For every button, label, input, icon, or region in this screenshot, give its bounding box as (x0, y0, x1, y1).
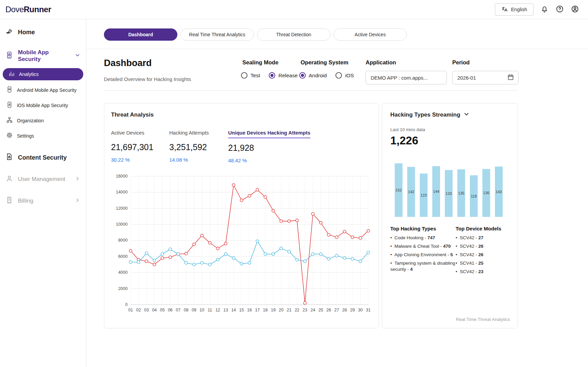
doverunner-logo[interactable]: DoveRunner (5, 5, 51, 14)
page-subtitle: Detailed Overview for Hacking Insights (104, 76, 191, 82)
metric-active-devices[interactable]: Active Devices 21,697,301 30.22 % (111, 130, 169, 163)
radio-release[interactable]: Release (269, 72, 298, 79)
svg-text:30: 30 (358, 308, 363, 312)
metric-hacking-attempts[interactable]: Hacking Attempts 3,251,592 14.08 % (169, 130, 228, 163)
sidebar-item-mobile-app-security[interactable]: Mobile App Security (0, 44, 86, 67)
svg-text:8000: 8000 (118, 238, 128, 243)
application-select[interactable]: DEMO APP : com.apps... (366, 71, 447, 84)
sidebar-item-android-mobile-app-security[interactable]: Android Mobile App Security (0, 82, 86, 98)
item-value: 5 (450, 252, 453, 257)
sidebar-item-label: Android Mobile App Security (17, 87, 77, 93)
svg-text:135: 135 (458, 191, 464, 195)
user-icon (5, 175, 13, 184)
billing-icon (5, 196, 13, 206)
radio-label: iOS (345, 73, 354, 79)
language-button[interactable]: English (495, 3, 533, 16)
sidebar-item-label: Settings (17, 133, 34, 139)
radio-android[interactable]: Android (299, 72, 327, 79)
sidebar-item-label: User Management (18, 176, 65, 183)
sealing-mode-radios: Test Release (241, 72, 298, 79)
svg-text:29: 29 (350, 308, 355, 312)
item-name: Code Hooking - (394, 235, 428, 240)
period-label: Period (452, 59, 470, 66)
bell-icon (540, 5, 549, 14)
item-name: App Cloning Environment - (394, 252, 450, 257)
list-item: Tampering system & disabling security - … (390, 260, 456, 272)
sidebar-item-ios-mobile-app-security[interactable]: iOS Mobile App Security (0, 98, 86, 113)
chevron-down-icon (463, 111, 470, 119)
threat-analysis-card: Threat Analysis Active Devices 21,697,30… (104, 103, 379, 328)
sidebar-item-label: Content Security (18, 154, 67, 161)
svg-text:01: 01 (128, 308, 133, 312)
sidebar-item-content-security[interactable]: Content Security (0, 148, 86, 167)
streaming-total: 1,226 (390, 134, 509, 147)
metric-unique-devices-hacking-attempts[interactable]: Unique Devices Hacking Attempts 21,928 4… (228, 130, 310, 163)
account-button[interactable] (571, 5, 579, 14)
sidebar-item-billing[interactable]: Billing (0, 191, 86, 210)
metric-value: 21,697,301 (111, 142, 169, 152)
sidebar-item-label: iOS Mobile App Security (17, 103, 68, 108)
sidebar-item-analytics[interactable]: Analytics (3, 68, 83, 80)
svg-text:07: 07 (176, 308, 180, 312)
svg-text:15: 15 (239, 308, 244, 312)
list-item: Code Hooking - 747 (390, 235, 456, 241)
item-value: 747 (428, 235, 435, 240)
help-icon (556, 5, 564, 14)
gear-icon (6, 132, 13, 140)
list-item: App Cloning Environment - 5 (390, 252, 456, 258)
logo-text-runner: Runner (24, 5, 51, 14)
period-input[interactable]: 2026-01 (452, 71, 519, 84)
list-item: SCV42 - 26 (456, 243, 509, 249)
translate-icon (501, 6, 508, 14)
svg-text:12: 12 (215, 308, 220, 312)
top-hacking-types-list: Code Hooking - 747 Malware & Cheat Tool … (390, 235, 456, 272)
ios-icon (6, 101, 13, 109)
threat-metrics: Active Devices 21,697,301 30.22 % Hackin… (111, 130, 372, 163)
streaming-header[interactable]: Hacking Types Streaming (390, 111, 509, 119)
radio-test[interactable]: Test (241, 72, 260, 79)
item-value: 470 (443, 244, 451, 249)
sidebar-item-user-management[interactable]: User Management (0, 170, 86, 189)
metric-percent: 14.08 % (169, 157, 228, 163)
notifications-button[interactable] (540, 5, 549, 14)
sidebar-item-label: Organization (17, 118, 44, 123)
svg-text:23: 23 (303, 308, 307, 312)
metric-percent: 48.42 % (228, 158, 310, 163)
page-header: Dashboard Detailed Overview for Hacking … (104, 58, 518, 90)
help-button[interactable] (556, 5, 564, 14)
list-item: SCV41 - 25 (456, 260, 509, 266)
chevron-right-icon (74, 197, 81, 205)
svg-text:11: 11 (208, 308, 212, 312)
metric-label: Unique Devices Hacking Attempts (228, 130, 310, 138)
real-time-threat-analytics-link[interactable]: Real Time Threat Analytics (456, 317, 510, 322)
period-value: 2026-01 (457, 75, 476, 81)
svg-text:4000: 4000 (118, 270, 128, 275)
radio-circle (335, 72, 342, 79)
svg-text:25: 25 (319, 308, 323, 312)
sidebar-item-settings[interactable]: Settings (0, 128, 86, 143)
tab-threat-detection[interactable]: Threat Detection (257, 28, 330, 41)
radio-label: Android (309, 73, 327, 79)
list-item: Malware & Cheat Tool - 470 (390, 243, 456, 249)
item-value: 4 (410, 267, 413, 272)
svg-text:26: 26 (326, 308, 331, 312)
item-value: 25 (478, 261, 483, 266)
tab-active-devices[interactable]: Active Devices (333, 28, 407, 41)
language-label: English (511, 7, 527, 12)
streaming-bar-chart: 152142123144133135118136143 (390, 159, 509, 218)
svg-text:03: 03 (144, 308, 149, 312)
sidebar-item-label: Analytics (19, 72, 39, 77)
tab-dashboard[interactable]: Dashboard (104, 28, 177, 41)
metric-value: 3,251,592 (169, 142, 228, 152)
radio-ios[interactable]: iOS (335, 72, 354, 79)
svg-text:04: 04 (152, 308, 157, 312)
sidebar-item-organization[interactable]: Organization (0, 113, 86, 128)
sealing-mode-label: Sealing Mode (242, 59, 278, 66)
tab-real-time-threat-analytics[interactable]: Real Time Threat Analytics (180, 28, 254, 41)
svg-text:28: 28 (342, 308, 347, 312)
sidebar-item-home[interactable]: Home (0, 23, 86, 42)
operating-system-radios: Android iOS (299, 72, 354, 79)
svg-text:13: 13 (223, 308, 228, 312)
calendar-icon[interactable] (507, 74, 514, 82)
item-name: SCV41 - (460, 261, 478, 266)
